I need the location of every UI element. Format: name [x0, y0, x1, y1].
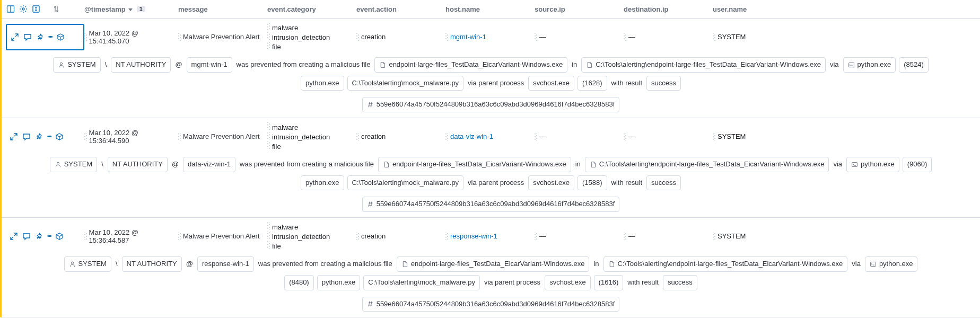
pin-icon[interactable]: [34, 132, 44, 141]
detail-text: \: [100, 158, 104, 171]
detail-token[interactable]: python.exe: [317, 275, 361, 290]
cell-message: Malware Prevention Alert: [178, 232, 267, 240]
detail-token[interactable]: NT AUTHORITY: [111, 57, 171, 73]
detail-token[interactable]: (8480): [284, 275, 314, 290]
expand-icon[interactable]: [9, 132, 19, 141]
detail-token[interactable]: (1588): [578, 175, 607, 191]
detail-token[interactable]: success: [646, 76, 681, 91]
sort-priority-badge: 1: [137, 6, 145, 12]
detail-token[interactable]: SYSTEM: [64, 256, 111, 272]
more-icon[interactable]: •••: [47, 134, 51, 139]
detail-token[interactable]: response-win-1: [197, 256, 254, 272]
cell-category: malwareintrusion_detectionfile: [267, 122, 356, 150]
host-link[interactable]: response-win-1: [450, 232, 497, 240]
detail-text: via: [829, 58, 840, 72]
detail-text: via parent process: [467, 176, 525, 190]
detail-token[interactable]: C:\Tools\alerting\endpoint-large-files_T…: [585, 157, 829, 172]
detail-token[interactable]: success: [646, 175, 681, 191]
pin-icon[interactable]: [34, 232, 44, 241]
table-row: •••Mar 10, 2022 @ 15:36:44.590Malware Pr…: [2, 118, 980, 218]
detail-token[interactable]: SYSTEM: [53, 57, 100, 73]
detail-token[interactable]: (8524): [899, 57, 929, 73]
detail-token[interactable]: endpoint-large-files_TestData_EicarVaria…: [374, 57, 567, 73]
notes-icon[interactable]: [22, 132, 31, 141]
notes-icon[interactable]: [23, 32, 32, 42]
sort-icon[interactable]: [51, 4, 61, 14]
row-details: SYSTEM\NT AUTHORITY@mgmt-win-1was preven…: [2, 55, 980, 118]
detail-token[interactable]: SYSTEM: [50, 157, 97, 172]
detail-token[interactable]: python.exe: [865, 256, 918, 272]
detail-token[interactable]: python.exe: [301, 175, 344, 191]
col-category[interactable]: event.category: [267, 5, 356, 13]
pin-icon[interactable]: [36, 32, 45, 42]
detail-token[interactable]: NT AUTHORITY: [122, 256, 182, 272]
analyzer-icon[interactable]: [56, 32, 65, 42]
col-message[interactable]: message: [178, 5, 267, 13]
detail-token[interactable]: endpoint-large-files_TestData_EicarVaria…: [378, 157, 571, 172]
detail-text: with result: [626, 276, 660, 289]
expand-icon[interactable]: [10, 32, 20, 42]
cell-action: creation: [356, 33, 445, 41]
detail-token[interactable]: python.exe: [846, 157, 899, 172]
detail-token[interactable]: 559e66074a45750f5244809b316a63c6c09abd3d…: [362, 97, 620, 112]
detail-token[interactable]: 559e66074a45750f5244809b316a63c6c09abd3d…: [362, 297, 620, 312]
detail-token[interactable]: success: [663, 275, 697, 290]
detail-token[interactable]: C:\Tools\alerting\mock_malware.py: [363, 275, 480, 290]
detail-token[interactable]: python.exe: [301, 76, 344, 91]
cell-host: data-viz-win-1: [445, 132, 535, 140]
row-actions: •••: [6, 232, 84, 241]
detail-token[interactable]: C:\Tools\alerting\mock_malware.py: [347, 76, 464, 91]
expand-icon[interactable]: [9, 232, 19, 241]
detail-text: was prevented from creating a malicious …: [257, 258, 393, 271]
settings-icon[interactable]: [19, 4, 28, 14]
detail-token[interactable]: svchost.exe: [545, 275, 591, 290]
detail-token[interactable]: mgmt-win-1: [187, 57, 232, 73]
analyzer-icon[interactable]: [55, 232, 64, 241]
detail-token[interactable]: 559e66074a45750f5244809b316a63c6c09abd3d…: [362, 197, 620, 212]
cell-sourceip: —: [535, 33, 624, 41]
detail-text: @: [174, 58, 183, 72]
detail-text: @: [185, 258, 194, 271]
col-destip[interactable]: destination.ip: [624, 5, 713, 13]
more-icon[interactable]: •••: [47, 233, 51, 239]
host-link[interactable]: mgmt-win-1: [450, 33, 486, 41]
cell-user: SYSTEM: [713, 232, 798, 240]
detail-token[interactable]: python.exe: [843, 57, 896, 73]
detail-text: in: [592, 258, 600, 271]
col-username[interactable]: user.name: [713, 5, 798, 13]
cell-message: Malware Prevention Alert: [178, 132, 267, 140]
host-link[interactable]: data-viz-win-1: [450, 132, 493, 140]
cell-destip: —: [624, 132, 713, 140]
cell-action: creation: [356, 232, 445, 240]
detail-text: with result: [610, 77, 644, 90]
svg-point-2: [22, 8, 24, 10]
detail-token[interactable]: svchost.exe: [528, 175, 574, 191]
detail-token[interactable]: (1616): [594, 275, 624, 290]
col-hostname[interactable]: host.name: [445, 5, 535, 13]
detail-token[interactable]: (1628): [578, 76, 607, 91]
detail-token[interactable]: NT AUTHORITY: [108, 157, 168, 172]
col-timestamp[interactable]: @timestamp 1: [84, 5, 178, 13]
detail-token[interactable]: svchost.exe: [528, 76, 574, 91]
detail-token[interactable]: C:\Tools\alerting\endpoint-large-files_T…: [603, 256, 848, 272]
detail-token[interactable]: C:\Tools\alerting\mock_malware.py: [347, 175, 464, 191]
row-actions: •••: [6, 132, 84, 141]
detail-text: \: [104, 58, 108, 72]
analyzer-icon[interactable]: [55, 132, 64, 141]
detail-token[interactable]: (9060): [903, 157, 932, 172]
fullscreen-icon[interactable]: [31, 4, 41, 14]
more-icon[interactable]: •••: [48, 34, 52, 40]
detail-text: via parent process: [483, 276, 541, 289]
cell-timestamp: Mar 10, 2022 @ 15:36:44.587: [84, 228, 178, 244]
col-sourceip[interactable]: source.ip: [535, 5, 624, 13]
detail-token[interactable]: C:\Tools\alerting\endpoint-large-files_T…: [581, 57, 826, 73]
row-details: SYSTEM\NT AUTHORITY@response-win-1was pr…: [2, 254, 980, 317]
cell-destip: —: [624, 33, 713, 41]
detail-token[interactable]: data-viz-win-1: [183, 157, 235, 172]
notes-icon[interactable]: [22, 232, 31, 241]
columns-icon[interactable]: [6, 4, 15, 14]
row-details: SYSTEM\NT AUTHORITY@data-viz-win-1was pr…: [2, 155, 980, 217]
detail-token[interactable]: endpoint-large-files_TestData_EicarVaria…: [397, 256, 590, 272]
col-action[interactable]: event.action: [356, 5, 445, 13]
cell-category: malwareintrusion_detectionfile: [267, 23, 356, 51]
